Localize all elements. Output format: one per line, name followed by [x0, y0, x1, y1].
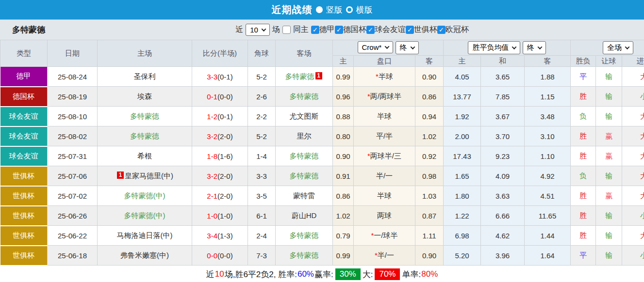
horizontal-layout-radio[interactable]: [346, 6, 353, 13]
avg-odds-away: 1.15: [525, 87, 571, 107]
home-team: 多特蒙德: [98, 126, 192, 146]
away-team: 多特蒙德: [276, 166, 333, 186]
away-team: 多特蒙德: [276, 87, 333, 107]
league-filter-item[interactable]: ✓世俱杯: [406, 25, 437, 35]
handicap-odds-away: 1.11: [415, 226, 444, 246]
avg-select[interactable]: 胜平负均值: [468, 41, 520, 54]
avg-odds-away: 1.88: [525, 67, 571, 87]
handicap-odds-home: 0.79: [333, 226, 354, 246]
table-row: 世俱杯25-07-061皇家马德里(中)3-2(2-0)3-3多特蒙德0.91半…: [0, 166, 644, 186]
league-type-cell: 世俱杯: [0, 186, 48, 206]
avg-odds-draw: 3.65: [481, 67, 525, 87]
subcol-wdl: 胜负: [571, 56, 596, 67]
table-row: 世俱杯25-07-02多特蒙德(中)2-1(2-0)3-5蒙特雷0.86半球1.…: [0, 186, 644, 206]
league-checkbox-label[interactable]: 德甲: [319, 25, 335, 35]
league-checkbox[interactable]: ✓: [335, 26, 343, 34]
subcol-avg-away: 客: [525, 56, 571, 67]
away-team: 多特蒙德: [276, 146, 333, 166]
summary-segment: 大:: [363, 269, 373, 280]
goals-over-under: 大: [622, 226, 644, 246]
avg-odds-home: 2.00: [444, 126, 481, 146]
table-row: 德甲25-08-24圣保利3-3(0-1)5-2多特蒙德10.99*半球0.90…: [0, 67, 644, 87]
vertical-layout-radio[interactable]: [316, 6, 323, 13]
avg-odds-away: 4.51: [525, 186, 571, 206]
handicap-line: *半球: [354, 67, 415, 87]
same-home-checkbox[interactable]: [282, 26, 291, 34]
handicap-odds-home: 0.96: [333, 87, 354, 107]
same-home-label[interactable]: 同主: [293, 25, 309, 35]
handicap-result: 输: [596, 246, 622, 266]
col-header-date: 日期: [48, 40, 98, 67]
league-checkbox-label[interactable]: 世俱杯: [414, 25, 437, 35]
filter-controls: 近 10 场 同主 ✓德甲✓德国杯✓球会友谊✓世俱杯✓欧冠杯: [235, 24, 469, 36]
avg-time-select[interactable]: 终: [523, 41, 546, 54]
league-filter-item[interactable]: ✓德甲: [311, 25, 335, 35]
win-draw-loss-result: 胜: [571, 87, 596, 107]
rank-badge: 1: [315, 72, 322, 79]
vertical-layout-label[interactable]: 竖版: [326, 4, 343, 16]
summary-segment: 10: [215, 269, 224, 279]
home-team: 多特蒙德(中): [98, 206, 192, 226]
league-checkbox[interactable]: ✓: [311, 26, 319, 34]
avg-odds-home: 13.77: [444, 87, 481, 107]
summary-segment: 70%: [375, 268, 400, 280]
corners: 5-2: [248, 67, 276, 87]
handicap-odds-away: 1.02: [415, 126, 444, 146]
handicap-line: *两/两球半: [354, 87, 415, 107]
bookmaker-time-select[interactable]: 终: [396, 41, 419, 54]
win-draw-loss-result: 负: [571, 166, 596, 186]
away-team: 蔚山HD: [276, 206, 333, 226]
summary-segment: 近: [206, 269, 215, 280]
match-date: 25-07-06: [48, 166, 98, 186]
handicap-odds-home: 0.99: [333, 246, 354, 266]
score: 3-4(1-3): [192, 226, 248, 246]
league-checkbox[interactable]: ✓: [366, 26, 375, 34]
goals-over-under: 大: [622, 146, 644, 166]
team-name: 多特蒙德: [12, 24, 45, 35]
horizontal-layout-label[interactable]: 横版: [356, 4, 373, 16]
match-date: 25-08-24: [48, 67, 98, 87]
avg-odds-draw: 4.09: [481, 166, 525, 186]
goals-over-under: 大: [622, 67, 644, 87]
league-checkbox[interactable]: ✓: [406, 26, 414, 34]
table-row: 球会友谊25-08-10多特蒙德1-2(0-1)2-2尤文图斯0.88半球0.9…: [0, 107, 644, 126]
handicap-odds-away: 0.98: [415, 166, 444, 186]
avg-odds-home: 17.43: [444, 146, 481, 166]
league-filter-item[interactable]: ✓球会友谊: [366, 25, 406, 35]
handicap-odds-away: 0.94: [415, 107, 444, 126]
corners: 2-4: [248, 226, 276, 246]
match-date: 25-06-22: [48, 226, 98, 246]
handicap-odds-away: 0.90: [415, 246, 444, 266]
handicap-result: 输: [596, 87, 622, 107]
avg-odds-away: 11.65: [525, 206, 571, 226]
recent-count-select[interactable]: 10: [246, 24, 270, 36]
handicap-result: 输: [596, 166, 622, 186]
league-checkbox-label[interactable]: 德国杯: [343, 25, 366, 35]
avg-odds-home: 1.22: [444, 206, 481, 226]
chevron-down-icon: [261, 27, 266, 31]
league-filter-item[interactable]: ✓欧冠杯: [437, 25, 469, 35]
col-header-corners: 角球: [248, 40, 276, 67]
subcol-avg-draw: 和: [481, 56, 525, 67]
league-checkbox[interactable]: ✓: [437, 26, 446, 34]
fullmatch-select[interactable]: 全场: [603, 41, 633, 54]
away-team: 尤文图斯: [276, 107, 333, 126]
handicap-odds-away: 1.03: [415, 186, 444, 206]
handicap-line: 半/一: [354, 166, 415, 186]
league-checkbox-label[interactable]: 球会友谊: [375, 25, 406, 35]
avg-odds-home: 4.05: [444, 67, 481, 87]
page-title: 近期战绩: [272, 3, 313, 16]
goals-over-under: 大: [622, 186, 644, 206]
away-team: 里尔: [276, 126, 333, 146]
chevron-down-icon: [537, 45, 542, 49]
handicap-result: 输: [596, 67, 622, 87]
avg-odds-home: 1.80: [444, 186, 481, 206]
league-checkbox-label[interactable]: 欧冠杯: [446, 25, 469, 35]
win-draw-loss-result: 胜: [571, 186, 596, 206]
bookmaker-select[interactable]: Crow*: [358, 41, 394, 53]
title-bar: 近期战绩 竖版 横版: [0, 0, 644, 19]
filter-bar: 多特蒙德 近 10 场 同主 ✓德甲✓德国杯✓球会友谊✓世俱杯✓欧冠杯: [0, 19, 644, 40]
avg-odds-draw: 6.66: [481, 206, 525, 226]
league-filter-item[interactable]: ✓德国杯: [335, 25, 366, 35]
win-draw-loss-result: 负: [571, 107, 596, 126]
